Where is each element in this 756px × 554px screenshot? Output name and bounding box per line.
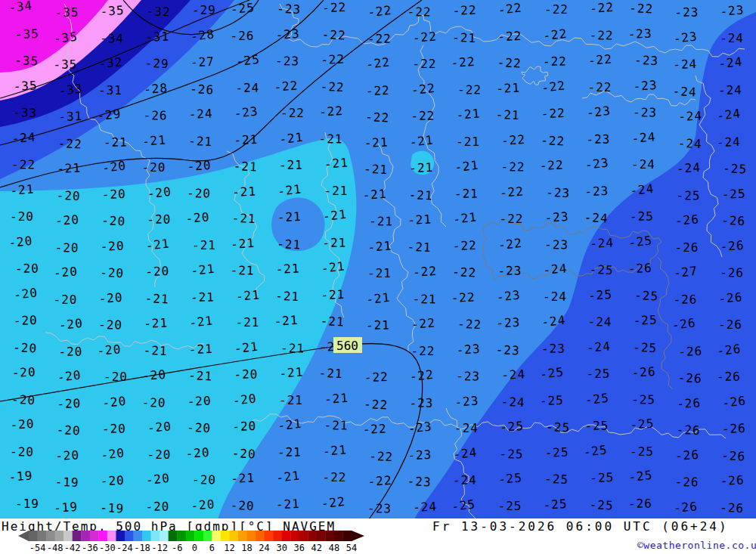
legend-tick-label: 18: [241, 543, 252, 553]
temp-value-label: -22: [541, 133, 565, 149]
temp-value-label: -20: [147, 419, 172, 435]
legend-color-cell: [186, 531, 195, 541]
temp-value-label: -26: [721, 213, 746, 228]
temp-value-label: -24: [586, 339, 611, 355]
temp-value-label: -22: [587, 51, 612, 68]
temp-value-label: -26: [716, 342, 742, 358]
temp-value-label: -24: [413, 499, 438, 515]
temp-value-label: -24: [629, 181, 655, 198]
temp-value-label: -21: [275, 289, 300, 304]
temp-value-label: -22: [321, 27, 346, 43]
legend-color-cell: [133, 531, 142, 541]
temp-value-label: -22: [452, 238, 477, 253]
temp-value-label: -21: [324, 184, 349, 198]
temp-value-label: -23: [720, 2, 745, 19]
legend-color-cell: [247, 531, 256, 541]
legend-color-cell: [229, 531, 238, 541]
temp-value-label: -24: [584, 210, 609, 226]
legend-color-cell: [308, 531, 317, 541]
temp-value-label: -21: [231, 211, 256, 226]
temp-value-label: -21: [454, 186, 479, 201]
temp-value-label: -25: [546, 419, 571, 435]
temp-value-label: -24: [716, 106, 742, 123]
temp-value-label: -21: [409, 160, 434, 175]
temp-value-label: -22: [367, 473, 392, 489]
temp-value-label: -21: [277, 416, 302, 433]
temp-value-label: -24: [453, 472, 477, 487]
temp-value-label: -20: [185, 209, 210, 226]
temp-value-label: -25: [544, 472, 569, 487]
temp-value-label: -20: [101, 187, 126, 202]
temp-value-label: -21: [144, 291, 169, 307]
temp-value-label: -21: [279, 393, 303, 407]
temp-value-label: -31: [98, 83, 122, 97]
temp-value-label: -22: [365, 83, 390, 98]
temp-value-label: -21: [412, 292, 436, 307]
temp-value-label: -22: [588, 80, 612, 94]
legend-color-cell: [142, 531, 151, 541]
weather-map-screenshot: -34-35-35-32-29-25-23-22-22-22-22-22-22-…: [0, 0, 756, 554]
temp-value-label: -25: [627, 233, 653, 250]
temp-value-label: -25: [590, 470, 615, 485]
temp-value-label: -27: [673, 264, 699, 280]
temp-value-label: -21: [324, 155, 349, 172]
temp-value-label: -21: [275, 468, 301, 485]
temp-value-label: -26: [674, 447, 699, 463]
temp-value-label: -20: [98, 317, 122, 333]
legend-color-cell: [221, 531, 230, 541]
copyright-link[interactable]: ©weatheronline.co.uk: [637, 540, 756, 551]
legend-tick-label: 30: [276, 543, 287, 553]
temp-value-label: -20: [192, 472, 216, 487]
legend-tick-label: 24: [259, 543, 269, 553]
temp-value-label: -20: [57, 396, 82, 411]
legend-tick-label: -24: [116, 543, 133, 553]
legend-color-cell: [290, 531, 299, 541]
temp-value-label: -26: [676, 422, 701, 438]
temp-value-label: -19: [8, 468, 33, 484]
legend-tick-label: -30: [99, 543, 116, 553]
temp-value-label: -23: [584, 155, 610, 172]
temp-value-label: -22: [500, 132, 525, 148]
temp-value-label: -21: [57, 160, 82, 176]
temp-value-label: -21: [188, 134, 213, 149]
map-timestamp: Fr 13-03-2026 06:00 UTC (06+24): [432, 519, 729, 534]
legend-color-cell: [212, 531, 221, 541]
temp-value-label: -21: [190, 262, 215, 278]
temp-value-label: -26: [720, 265, 744, 280]
temp-value-label: -22: [452, 2, 477, 18]
temp-value-label: -20: [232, 419, 257, 434]
legend-tick-label: 6: [209, 543, 215, 553]
temp-value-label: -24: [631, 129, 656, 146]
temp-value-label: -23: [586, 132, 610, 147]
legend-color-cell: [203, 531, 212, 541]
temp-value-label: -26: [721, 393, 747, 410]
temp-value-label: -22: [365, 54, 391, 72]
temp-value-label: -23: [673, 29, 699, 46]
temp-value-label: -20: [141, 395, 166, 410]
temp-value-label: -20: [10, 209, 34, 224]
temp-value-label: -21: [104, 135, 128, 150]
legend-color-cell: [116, 531, 125, 541]
temp-value-label: -23: [409, 395, 433, 410]
temp-value-label: -22: [411, 81, 436, 97]
temp-value-label: -20: [54, 212, 79, 228]
temp-value-label: -26: [673, 292, 697, 307]
temp-value-label: -25: [630, 416, 655, 432]
temp-value-label: -22: [589, 0, 614, 16]
temp-value-label: -21: [234, 339, 259, 356]
temp-value-label: -20: [58, 344, 82, 359]
legend-color-cell: [177, 531, 186, 541]
temp-value-label: -25: [723, 161, 748, 177]
temp-value-label: -22: [589, 28, 613, 43]
temp-value-label: -22: [497, 55, 522, 71]
temp-value-label: -23: [407, 447, 432, 463]
temp-value-label: -21: [321, 258, 346, 276]
temp-value-label: -25: [499, 419, 524, 435]
temp-value-label: -21: [278, 130, 304, 147]
temp-value-label: -22: [452, 265, 477, 280]
temp-value-label: -22: [542, 26, 568, 43]
temp-value-label: -20: [100, 473, 125, 488]
temp-value-label: -20: [100, 265, 125, 280]
temp-value-label: -22: [411, 315, 435, 332]
legend-tick-label: -6: [172, 543, 182, 553]
